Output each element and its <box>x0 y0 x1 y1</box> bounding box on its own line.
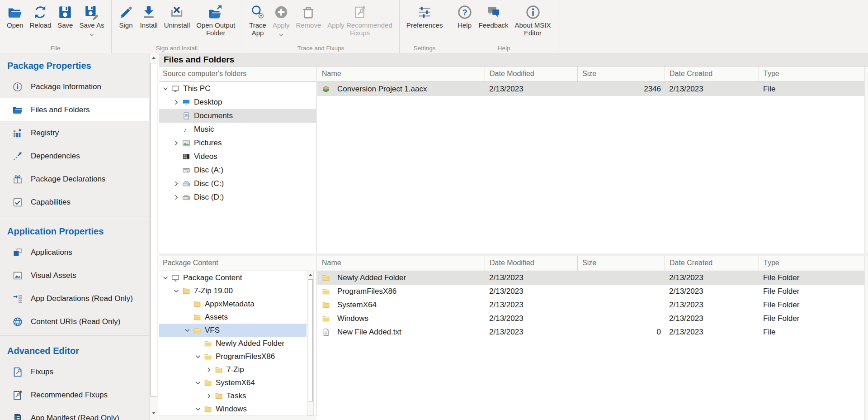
source-tree-header[interactable]: Source computer's folders <box>159 67 316 82</box>
scrollbar-thumb[interactable] <box>308 279 313 401</box>
sidebar-scrollbar[interactable] <box>149 53 158 420</box>
sidebar-item-registry[interactable]: Registry <box>0 121 149 144</box>
sidebar-item-package-declarations[interactable]: Package Declarations <box>0 167 149 191</box>
list-scroll-gutter[interactable] <box>864 67 868 253</box>
sidebar-heading-application-properties: Application Properties <box>0 219 149 241</box>
column-header-size[interactable]: Size <box>577 67 665 81</box>
app-manifest-icon <box>12 413 23 420</box>
chevron-down-icon[interactable] <box>194 406 202 413</box>
sidebar-item-content-uris-read-only[interactable]: Content URIs (Read Only) <box>0 310 149 333</box>
toolbar-button-about-msix-editor[interactable]: About MSIX Editor <box>511 4 554 38</box>
toolbar-button-trace-app[interactable]: Trace App <box>246 4 269 38</box>
list-row-new-file-added-txt[interactable]: New File Added.txt2/13/202302/13/2023Fil… <box>317 325 864 339</box>
chevron-down-icon[interactable] <box>162 85 169 92</box>
column-header-date-modified[interactable]: Date Modified <box>485 256 577 271</box>
sidebar-item-dependencies[interactable]: Dependencies <box>0 144 149 167</box>
package-tree: Package Content Package Content7-Zip 19.… <box>159 256 316 420</box>
scroll-down-icon[interactable] <box>150 408 158 417</box>
applications-icon <box>12 247 23 258</box>
chevron-right-icon[interactable] <box>173 180 180 187</box>
scrollbar-thumb[interactable] <box>150 63 157 396</box>
tree-row-disc-a[interactable]: Disc (A:) <box>159 163 316 177</box>
sidebar-item-app-declarations-read-only[interactable]: App Declarations (Read Only) <box>0 287 149 310</box>
tree-row-vfs[interactable]: VFS <box>159 324 307 337</box>
sidebar-item-applications[interactable]: Applications <box>0 241 149 264</box>
list-row-newly-added-folder[interactable]: Newly Added Folder2/13/20232/13/2023File… <box>317 271 864 285</box>
column-header-name[interactable]: Name <box>317 256 485 271</box>
tree-row-tasks[interactable]: Tasks <box>159 389 307 402</box>
column-header-type[interactable]: Type <box>759 67 864 81</box>
scroll-up-icon[interactable] <box>307 271 313 278</box>
tree-row-documents[interactable]: Documents <box>159 109 316 123</box>
chevron-right-icon[interactable] <box>205 366 212 373</box>
chevron-right-icon[interactable] <box>173 194 180 201</box>
tree-row-disc-c[interactable]: Disc (C:) <box>159 177 316 191</box>
sidebar-heading-advanced-editor: Advanced Editor <box>0 338 149 360</box>
list-row-systemx64[interactable]: SystemX642/13/20232/13/2023File Folder <box>317 298 864 312</box>
toolbar-button-save[interactable]: Save <box>54 4 76 30</box>
sidebar-item-capabilities[interactable]: Capabilities <box>0 191 149 214</box>
toolbar-group-label: Sign and Install <box>112 45 242 52</box>
list-row-programfilesx86[interactable]: ProgramFilesX862/13/20232/13/2023File Fo… <box>317 285 864 298</box>
tree-row-disc-d[interactable]: Disc (D:) <box>159 191 316 204</box>
tree-row-programfilesx86[interactable]: ProgramFilesX86 <box>159 350 307 363</box>
tree-row-7-zip[interactable]: 7-Zip <box>159 363 307 376</box>
chevron-down-icon[interactable] <box>184 327 191 334</box>
toolbar-button-install[interactable]: Install <box>137 4 161 30</box>
chevron-down-icon[interactable] <box>194 379 202 387</box>
tree-row-7-zip-19-00[interactable]: 7-Zip 19.00 <box>159 284 307 297</box>
package-tree-header[interactable]: Package Content <box>159 256 316 271</box>
chevron-right-icon[interactable] <box>173 99 180 106</box>
toolbar-button-help[interactable]: ?Help <box>454 4 476 30</box>
column-header-date-modified[interactable]: Date Modified <box>485 67 577 81</box>
tree-row-music[interactable]: ♪Music <box>159 123 316 136</box>
column-header-date-created[interactable]: Date Created <box>665 256 759 271</box>
tree-row-systemx64[interactable]: SystemX64 <box>159 376 307 389</box>
folder-icon <box>193 326 201 334</box>
tree-row-package-content[interactable]: Package Content <box>159 271 307 284</box>
list-row-windows[interactable]: Windows2/13/20232/13/2023File Folder <box>317 312 864 325</box>
tree-row-videos[interactable]: Videos <box>159 150 316 163</box>
column-header-date-created[interactable]: Date Created <box>665 67 759 81</box>
column-header-size[interactable]: Size <box>577 256 665 271</box>
tree-row-newly-added-folder[interactable]: Newly Added Folder <box>159 337 307 350</box>
tree-row-pictures[interactable]: Pictures <box>159 136 316 150</box>
tree-row-windows[interactable]: Windows <box>159 402 307 415</box>
sidebar-item-fixups[interactable]: Fixups <box>0 360 149 383</box>
toolbar-button-open-output-folder[interactable]: Open Output Folder <box>193 4 238 38</box>
sidebar-item-package-information[interactable]: Package Information <box>0 75 149 98</box>
scroll-up-icon[interactable] <box>150 53 158 62</box>
chevron-down-icon[interactable] <box>90 30 94 33</box>
list-row-conversion-project-1-aacx[interactable]: Conversion Project 1.aacx2/13/202323462/… <box>317 82 864 96</box>
column-header-type[interactable]: Type <box>759 256 864 271</box>
toolbar-button-save-as[interactable]: Save As <box>76 4 107 33</box>
toolbar-button-uninstall[interactable]: Uninstall <box>161 4 193 30</box>
type-cell: File Folder <box>759 287 864 296</box>
package-tree-scrollbar[interactable] <box>307 271 314 415</box>
chevron-down-icon[interactable] <box>194 353 202 360</box>
toolbar-button-reload[interactable]: Reload <box>27 4 55 30</box>
sidebar-item-label: Registry <box>31 129 59 138</box>
list-scroll-gutter[interactable] <box>864 256 868 420</box>
chevron-down-icon[interactable] <box>173 287 180 295</box>
sidebar-item-recommended-fixups[interactable]: Recommended Fixups <box>0 383 149 406</box>
tree-item-label: AppxMetadata <box>205 300 255 309</box>
chevron-right-icon[interactable] <box>205 392 212 400</box>
horizontal-scrollbar[interactable] <box>159 415 316 420</box>
toolbar-button-sign[interactable]: Sign <box>115 4 137 30</box>
toolbar-button-feedback[interactable]: Feedback <box>476 4 512 30</box>
sidebar-item-visual-assets[interactable]: Visual Assets <box>0 264 149 287</box>
date-created-cell: 2/13/2023 <box>665 328 759 337</box>
chevron-down-icon[interactable] <box>162 274 169 282</box>
toolbar-button-preferences[interactable]: Preferences <box>403 4 446 30</box>
column-header-name[interactable]: Name <box>317 67 485 81</box>
tree-row-desktop[interactable]: Desktop <box>159 95 316 109</box>
toolbar-button-label: Open Output Folder <box>196 21 235 37</box>
tree-row-appxmetadata[interactable]: AppxMetadata <box>159 297 307 310</box>
tree-row-this-pc[interactable]: This PC <box>159 82 316 95</box>
sidebar-item-files-and-folders[interactable]: Files and Folders <box>0 98 149 121</box>
toolbar-button-open[interactable]: Open <box>4 4 27 30</box>
tree-row-assets[interactable]: Assets <box>159 310 307 324</box>
sidebar-item-app-manifest-read-only[interactable]: App Manifest (Read Only) <box>0 406 149 420</box>
chevron-right-icon[interactable] <box>173 139 180 147</box>
